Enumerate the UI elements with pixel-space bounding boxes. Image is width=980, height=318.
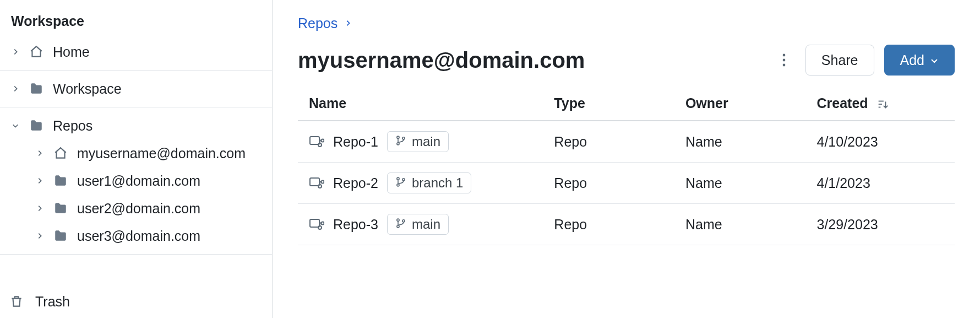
table-row[interactable]: Repo-2branch 1RepoName4/1/2023	[298, 163, 955, 204]
sidebar-item-workspace[interactable]: Workspace	[0, 75, 272, 103]
trash-icon	[9, 294, 24, 309]
cell-created: 4/10/2023	[810, 121, 955, 163]
svg-point-12	[402, 137, 405, 139]
branch-chip[interactable]: main	[387, 131, 449, 152]
svg-point-0	[782, 54, 785, 57]
button-label: Add	[900, 52, 924, 68]
column-header-type[interactable]: Type	[547, 95, 679, 121]
repo-icon	[309, 176, 324, 190]
branch-chip[interactable]: main	[387, 214, 449, 235]
branch-name: main	[412, 217, 440, 232]
svg-point-8	[318, 143, 322, 147]
svg-point-17	[397, 184, 399, 186]
sidebar-item-label: user1@domain.com	[77, 173, 200, 189]
chevron-right-icon[interactable]	[11, 84, 20, 93]
breadcrumb-item-repos[interactable]: Repos	[298, 15, 337, 31]
sidebar-item-trash[interactable]: Trash	[0, 290, 272, 318]
svg-point-10	[397, 136, 399, 138]
repo-name: Repo-3	[333, 217, 378, 233]
svg-point-21	[322, 222, 324, 225]
sidebar-item-home[interactable]: Home	[0, 38, 272, 66]
home-icon	[53, 145, 68, 161]
repo-icon	[309, 218, 324, 231]
chevron-down-icon[interactable]	[11, 121, 20, 130]
cell-owner: Name	[679, 163, 810, 204]
home-icon	[29, 44, 44, 60]
branch-icon	[395, 175, 406, 191]
chevron-right-icon[interactable]	[35, 149, 44, 158]
svg-point-20	[318, 226, 322, 229]
table-row[interactable]: Repo-3mainRepoName3/29/2023	[298, 204, 955, 245]
column-header-owner[interactable]: Owner	[679, 95, 810, 121]
branch-chip[interactable]: branch 1	[387, 173, 471, 193]
folder-icon	[53, 201, 68, 216]
chevron-right-icon	[344, 17, 352, 30]
svg-point-23	[397, 225, 399, 228]
cell-owner: Name	[679, 121, 810, 163]
repo-icon	[309, 135, 324, 148]
sidebar-item-label: myusername@domain.com	[77, 145, 246, 161]
column-header-label: Created	[817, 95, 868, 111]
chevron-right-icon[interactable]	[35, 176, 44, 185]
branch-icon	[395, 134, 406, 149]
sort-descending-icon	[876, 98, 889, 110]
repo-name: Repo-2	[333, 175, 378, 191]
branch-name: main	[412, 134, 440, 149]
column-header-created[interactable]: Created	[810, 95, 955, 121]
sidebar-item-repo-user[interactable]: user2@domain.com	[0, 195, 272, 222]
svg-point-24	[402, 220, 405, 222]
sidebar-item-repo-user[interactable]: user1@domain.com	[0, 167, 272, 195]
sidebar-item-label: Home	[53, 44, 90, 60]
svg-point-15	[322, 181, 324, 184]
folder-icon	[53, 173, 68, 188]
svg-rect-7	[310, 137, 319, 144]
repos-table: Name Type Owner Created	[298, 95, 955, 245]
folder-icon	[53, 228, 68, 244]
chevron-right-icon[interactable]	[35, 231, 44, 240]
repo-name: Repo-1	[333, 134, 378, 150]
svg-point-2	[782, 64, 785, 67]
button-label: Share	[821, 52, 858, 68]
sidebar-item-repo-user[interactable]: user3@domain.com	[0, 222, 272, 250]
sidebar-item-repos[interactable]: Repos	[0, 112, 272, 139]
add-button[interactable]: Add	[884, 45, 955, 76]
share-button[interactable]: Share	[805, 45, 874, 76]
chevron-down-icon	[930, 52, 939, 68]
folder-icon	[29, 81, 44, 96]
chevron-right-icon[interactable]	[35, 204, 44, 213]
more-actions-button[interactable]	[772, 48, 796, 72]
divider	[0, 254, 272, 255]
branch-icon	[395, 217, 406, 232]
svg-point-22	[397, 219, 399, 221]
svg-rect-19	[310, 219, 319, 227]
sidebar-item-label: Trash	[35, 294, 70, 310]
cell-type: Repo	[547, 121, 679, 163]
sidebar-item-label: user2@domain.com	[77, 201, 200, 217]
svg-point-16	[397, 177, 399, 180]
svg-point-1	[782, 59, 785, 62]
svg-rect-13	[310, 178, 319, 186]
sidebar-item-repo-user[interactable]: myusername@domain.com	[0, 139, 272, 167]
cell-type: Repo	[547, 204, 679, 245]
breadcrumb: Repos	[298, 15, 955, 31]
main-content: Repos myusername@domain.com Share Add Na…	[273, 0, 980, 318]
folder-icon	[29, 118, 44, 133]
sidebar-heading: Workspace	[0, 13, 272, 38]
page-header: myusername@domain.com Share Add	[298, 45, 955, 76]
divider	[0, 107, 272, 107]
sidebar-item-label: Workspace	[53, 81, 122, 97]
sidebar-item-label: Repos	[53, 118, 92, 134]
sidebar-item-label: user3@domain.com	[77, 228, 200, 244]
svg-point-9	[322, 139, 324, 142]
cell-created: 3/29/2023	[810, 204, 955, 245]
sidebar: Workspace Home Workspace Repos myusernam…	[0, 0, 273, 318]
table-row[interactable]: Repo-1mainRepoName4/10/2023	[298, 121, 955, 163]
divider	[0, 70, 272, 71]
chevron-right-icon[interactable]	[11, 47, 20, 56]
svg-point-14	[318, 185, 322, 188]
cell-type: Repo	[547, 163, 679, 204]
svg-point-18	[402, 179, 405, 181]
column-header-name[interactable]: Name	[298, 95, 547, 121]
page-title: myusername@domain.com	[298, 48, 763, 73]
branch-name: branch 1	[412, 175, 463, 191]
